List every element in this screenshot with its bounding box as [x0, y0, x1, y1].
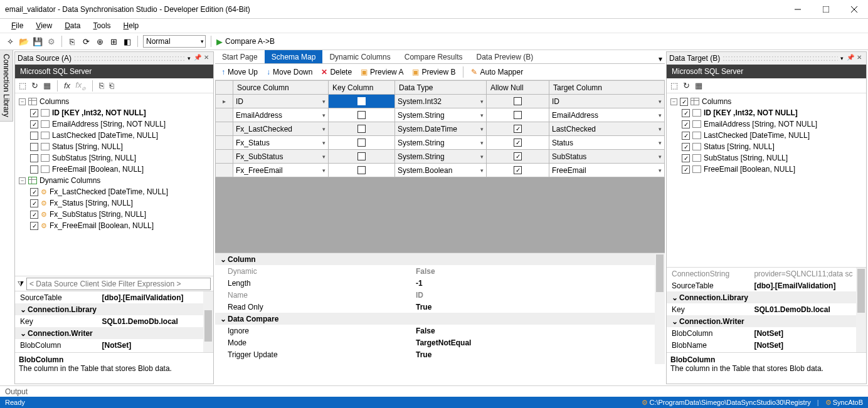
tb-tree-icon[interactable]: ⬚ — [19, 81, 26, 90]
grid-row[interactable]: Fx_LastChecked▾ System.DateTime▾ LastChe… — [216, 122, 665, 136]
scrollbar[interactable] — [655, 253, 665, 364]
src-cell[interactable]: EmailAddress▾ — [233, 108, 328, 122]
tab-start-page[interactable]: Start Page — [215, 50, 265, 63]
key-cell[interactable] — [329, 136, 394, 149]
row-header[interactable]: ▸ — [216, 95, 233, 108]
prop-row[interactable]: Name ID — [215, 289, 665, 301]
null-cell[interactable] — [487, 122, 549, 135]
tb-grid-icon[interactable]: ▦ — [43, 81, 51, 90]
prop-row[interactable]: Read Only True — [215, 301, 665, 313]
scrollbar[interactable] — [856, 268, 866, 352]
tab-data-preview[interactable]: Data Preview (B) — [469, 50, 540, 63]
prop-category[interactable]: ⌄Connection.Library — [15, 303, 213, 315]
src-cell[interactable]: ID▾ — [233, 95, 328, 108]
tab-dynamic-columns[interactable]: Dynamic Columns — [322, 50, 397, 63]
prop-row[interactable]: Mode TargetNotEqual — [215, 337, 665, 348]
window-minimize[interactable] — [783, 0, 812, 19]
tree-item[interactable]: ⚙ Fx_Status [String, NULL] — [19, 197, 209, 209]
prop-row[interactable]: ConnectionString provider=SQLNCLI11;data… — [667, 268, 866, 280]
dropdown-icon[interactable]: ▾ — [840, 55, 844, 61]
tgt-cell[interactable]: FreeEmail▾ — [549, 164, 664, 177]
open-icon[interactable]: 📂 — [19, 36, 29, 46]
type-cell[interactable]: System.Boolean▾ — [395, 164, 486, 177]
prop-row[interactable]: SourceTable [dbo].[EmailValidation] — [15, 291, 213, 303]
tree-item[interactable]: EmailAddress [String, NOT NULL] — [670, 118, 862, 130]
checkbox[interactable] — [30, 132, 38, 140]
type-cell[interactable]: System.Int32▾ — [395, 95, 486, 108]
checkbox[interactable] — [682, 109, 690, 117]
prop-row[interactable]: Dynamic False — [215, 265, 665, 277]
key-cell[interactable] — [329, 95, 394, 108]
expander-icon[interactable]: − — [19, 177, 26, 184]
checkbox[interactable] — [682, 132, 690, 140]
dropdown-icon[interactable]: ▾ — [188, 55, 191, 61]
tgt-cell[interactable]: EmailAddress▾ — [549, 108, 664, 122]
tb-icon-5[interactable]: ⎘ — [67, 36, 77, 46]
col-key[interactable]: Key Column — [329, 81, 395, 95]
tree-item[interactable]: SubStatus [String, NULL] — [19, 152, 209, 164]
tgt-cell[interactable]: ID▾ — [549, 95, 664, 108]
checkbox[interactable] — [680, 98, 688, 106]
row-header[interactable] — [216, 164, 233, 177]
checkbox[interactable] — [682, 154, 690, 162]
output-panel-header[interactable]: Output — [0, 385, 868, 397]
checkbox[interactable] — [682, 120, 690, 128]
tree-item[interactable]: FreeEmail [Boolean, NULL] — [19, 164, 209, 175]
col-target[interactable]: Target Column — [549, 81, 665, 95]
settings-icon[interactable]: ⚙ — [46, 36, 56, 46]
row-header[interactable] — [216, 108, 233, 122]
prop-row[interactable]: Key SQL01.DemoDb.local — [15, 315, 213, 327]
key-cell[interactable] — [329, 150, 394, 163]
prop-row[interactable]: Ignore False — [215, 325, 665, 337]
tb-refresh-icon[interactable]: ↻ — [31, 81, 38, 90]
prop-row[interactable]: BlobName [NotSet] — [667, 339, 866, 351]
compare-button[interactable]: ▶ Compare A->B — [216, 37, 275, 46]
tb-paste-icon[interactable]: ⎗ — [109, 81, 114, 90]
connection-library-tab[interactable]: Connection Library — [0, 50, 13, 122]
columns-node[interactable]: − Columns — [19, 96, 209, 107]
grid-row[interactable]: EmailAddress▾ System.String▾ EmailAddres… — [216, 108, 665, 122]
tree-item[interactable]: EmailAddress [String, NOT NULL] — [19, 118, 209, 130]
type-cell[interactable]: System.DateTime▾ — [395, 122, 486, 135]
type-cell[interactable]: System.String▾ — [395, 108, 486, 122]
checkbox[interactable] — [682, 143, 690, 151]
columns-node[interactable]: − Columns — [670, 96, 862, 107]
type-cell[interactable]: System.String▾ — [395, 136, 486, 149]
filter-icon[interactable]: ⧩ — [18, 280, 24, 288]
tree-item[interactable]: FreeEmail [Boolean, NULL] — [670, 164, 862, 175]
key-cell[interactable] — [329, 108, 394, 122]
tree-item[interactable]: ⚙ Fx_FreeEmail [Boolean, NULL] — [19, 220, 209, 231]
menu-view[interactable]: View — [31, 20, 57, 31]
prop-category[interactable]: ⌄Column — [215, 253, 665, 265]
checkbox[interactable] — [30, 109, 38, 117]
checkbox[interactable] — [30, 211, 38, 219]
prop-row[interactable]: Length -1 — [215, 277, 665, 289]
prop-row[interactable]: BlobColumn [NotSet] — [15, 339, 213, 351]
prop-category[interactable]: ⌄Data Compare — [215, 313, 665, 325]
null-cell[interactable] — [487, 108, 549, 122]
type-cell[interactable]: System.String▾ — [395, 150, 486, 163]
key-cell[interactable] — [329, 164, 394, 177]
column-properties[interactable]: ⌄Column Dynamic False Length -1 Name ID … — [215, 253, 665, 364]
col-type[interactable]: Data Type — [395, 81, 487, 95]
tree-item[interactable]: ID [KEY ,Int32, NOT NULL] — [670, 107, 862, 118]
col-source[interactable]: Source Column — [233, 81, 329, 95]
source-properties[interactable]: SourceTable [dbo].[EmailValidation]⌄Conn… — [15, 291, 213, 352]
null-cell[interactable] — [487, 95, 549, 108]
close-icon[interactable]: ✕ — [202, 54, 211, 63]
delete-button[interactable]: ✕Delete — [319, 66, 354, 78]
tree-item[interactable]: Status [String, NULL] — [19, 141, 209, 152]
prop-row[interactable]: Trigger Update True — [215, 348, 665, 360]
checkbox[interactable] — [30, 154, 38, 162]
tree-item[interactable]: Status [String, NULL] — [670, 141, 862, 152]
prop-row[interactable]: SourceTable [dbo].[EmailValidation] — [667, 280, 866, 291]
tab-compare-results[interactable]: Compare Results — [398, 50, 470, 63]
source-tree[interactable]: − Columns ID [KEY ,Int32, NOT NULL] Emai… — [15, 93, 213, 276]
tree-item[interactable]: LastChecked [DateTime, NULL] — [19, 130, 209, 141]
null-cell[interactable] — [487, 136, 549, 149]
checkbox[interactable] — [30, 120, 38, 128]
menu-data[interactable]: Data — [60, 20, 85, 31]
scrollbar[interactable] — [203, 291, 213, 352]
tb-icon-6[interactable]: ⟳ — [81, 36, 91, 46]
mode-dropdown[interactable]: Normal▾ — [143, 35, 206, 48]
